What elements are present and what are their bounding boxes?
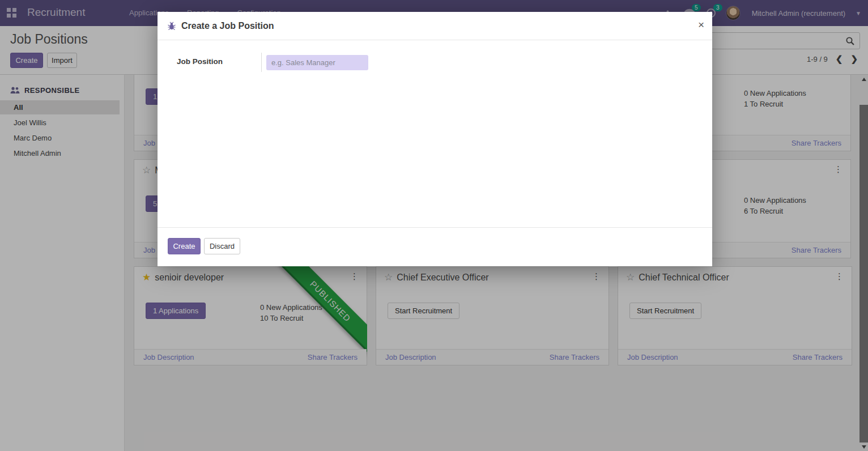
dialog-body: Job Position [158,40,712,227]
dialog-header: Create a Job Position × [158,12,712,40]
job-position-label: Job Position [177,57,223,66]
bug-icon [167,22,176,31]
modal-discard-button[interactable]: Discard [204,238,240,254]
field-separator [261,53,262,72]
job-position-input[interactable] [266,55,368,70]
close-icon[interactable]: × [698,19,704,30]
create-job-position-dialog: Create a Job Position × Job Position Cre… [158,12,712,266]
dialog-footer: Create Discard [158,227,712,266]
dialog-title: Create a Job Position [181,21,274,31]
modal-create-button[interactable]: Create [168,238,201,254]
